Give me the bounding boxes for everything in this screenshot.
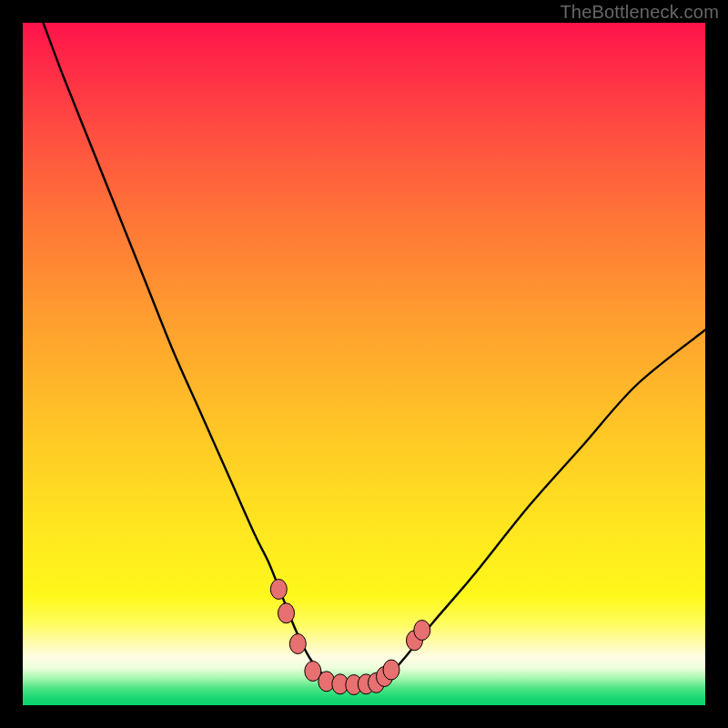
plot-area (23, 23, 705, 705)
highlight-dot (414, 621, 430, 641)
highlight-dots (270, 580, 430, 695)
curve-layer (23, 23, 705, 705)
highlight-dot (383, 660, 399, 680)
highlight-dot (278, 603, 295, 623)
watermark-text: TheBottleneck.com (560, 2, 719, 23)
highlight-dot (270, 580, 287, 600)
bottleneck-curve (44, 23, 706, 685)
highlight-dot (289, 634, 306, 654)
chart-stage: TheBottleneck.com (0, 0, 728, 728)
